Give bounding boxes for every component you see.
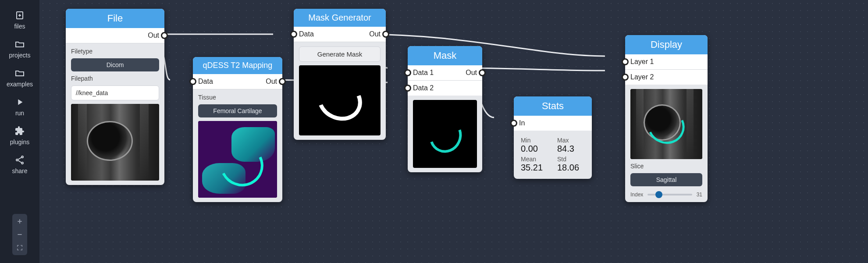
port-in-layer2[interactable] bbox=[622, 74, 629, 81]
node-mask-generator[interactable]: Mask Generator Data Out Generate Mask bbox=[294, 9, 386, 140]
sidebar-item-projects[interactable]: projects bbox=[0, 37, 39, 63]
slider-label: Index bbox=[630, 192, 643, 198]
node-mask[interactable]: Mask Data 1 Out Data 2 bbox=[408, 46, 482, 172]
mask-preview-image bbox=[413, 100, 477, 168]
index-slider[interactable] bbox=[647, 194, 692, 195]
port-label: In bbox=[519, 119, 525, 127]
sidebar-item-label: plugins bbox=[10, 139, 29, 146]
node-display[interactable]: Display Layer 1 Layer 2 Slice Sagittal bbox=[625, 35, 708, 202]
port-label: Out bbox=[369, 30, 381, 38]
node-title: Stats bbox=[514, 96, 592, 116]
maskgen-preview-image bbox=[299, 65, 381, 135]
svg-point-1 bbox=[21, 156, 23, 158]
port-out[interactable] bbox=[382, 31, 389, 38]
port-in-2[interactable] bbox=[404, 85, 411, 92]
share-icon bbox=[14, 154, 25, 166]
field-label: Slice bbox=[630, 163, 702, 170]
node-title: Display bbox=[625, 35, 708, 54]
port-label: Data 1 bbox=[413, 69, 434, 77]
sidebar-item-label: share bbox=[12, 167, 27, 174]
canvas-tools bbox=[12, 214, 27, 255]
port-label: Out bbox=[466, 69, 477, 77]
qdess-preview-image bbox=[198, 121, 277, 198]
filetype-selector[interactable]: Dicom bbox=[71, 58, 159, 71]
node-stats[interactable]: Stats In Min 0.00 Max 84.3 Me bbox=[514, 96, 592, 179]
sidebar-item-examples[interactable]: examples bbox=[0, 66, 39, 92]
port-in-layer1[interactable] bbox=[622, 58, 629, 65]
file-preview-image bbox=[71, 104, 159, 181]
node-qdess[interactable]: qDESS T2 Mapping Data Out Tissue Femoral… bbox=[193, 57, 282, 202]
node-file[interactable]: File Out Filetype Dicom Filepath bbox=[66, 9, 164, 185]
folder-icon bbox=[14, 39, 25, 50]
port-out[interactable] bbox=[279, 78, 286, 85]
field-label: Filepath bbox=[71, 75, 159, 82]
port-label: Out bbox=[148, 32, 159, 39]
fullscreen-button[interactable] bbox=[15, 243, 25, 252]
port-in[interactable] bbox=[189, 78, 196, 85]
stat-value-std: 18.06 bbox=[557, 163, 585, 173]
sidebar: files projects examples run plugins bbox=[0, 0, 39, 263]
field-label: Tissue bbox=[198, 94, 277, 101]
sidebar-item-run[interactable]: run bbox=[0, 95, 39, 121]
port-in[interactable] bbox=[290, 31, 297, 38]
zoom-out-button[interactable] bbox=[15, 230, 25, 239]
port-label: Data 2 bbox=[413, 84, 434, 92]
stat-label-mean: Mean bbox=[521, 156, 548, 163]
sidebar-item-label: run bbox=[15, 110, 24, 117]
node-title: qDESS T2 Mapping bbox=[193, 57, 282, 74]
node-canvas[interactable]: File Out Filetype Dicom Filepath qDESS T… bbox=[39, 0, 868, 263]
zoom-in-button[interactable] bbox=[15, 217, 25, 226]
sidebar-item-label: projects bbox=[9, 52, 30, 59]
stat-value-min: 0.00 bbox=[521, 144, 548, 154]
port-label: Out bbox=[266, 78, 277, 85]
slider-max: 31 bbox=[697, 192, 702, 198]
sidebar-item-plugins[interactable]: plugins bbox=[0, 124, 39, 150]
port-in[interactable] bbox=[510, 120, 517, 127]
port-label: Layer 1 bbox=[630, 58, 654, 66]
filepath-input[interactable] bbox=[71, 85, 159, 100]
svg-point-2 bbox=[16, 159, 18, 161]
play-icon bbox=[14, 96, 25, 108]
port-out[interactable] bbox=[479, 69, 486, 76]
tissue-selector[interactable]: Femoral Cartilage bbox=[198, 104, 277, 117]
node-title: File bbox=[66, 9, 164, 28]
stat-label-min: Min bbox=[521, 137, 548, 144]
sidebar-item-files[interactable]: files bbox=[0, 8, 39, 34]
stat-value-mean: 35.21 bbox=[521, 163, 548, 173]
stat-value-max: 84.3 bbox=[557, 144, 585, 154]
display-preview-image bbox=[630, 89, 702, 159]
stat-label-max: Max bbox=[557, 137, 585, 144]
port-in-1[interactable] bbox=[404, 69, 411, 76]
port-label: Data bbox=[198, 78, 213, 85]
add-file-icon bbox=[14, 10, 25, 21]
node-title: Mask bbox=[408, 46, 482, 65]
field-label: Filetype bbox=[71, 48, 159, 55]
generate-mask-button[interactable]: Generate Mask bbox=[299, 46, 381, 62]
stat-label-std: Std bbox=[557, 156, 585, 163]
slice-selector[interactable]: Sagittal bbox=[630, 173, 702, 186]
sidebar-item-share[interactable]: share bbox=[0, 153, 39, 179]
puzzle-icon bbox=[14, 125, 25, 137]
node-title: Mask Generator bbox=[294, 9, 386, 27]
sidebar-item-label: files bbox=[14, 23, 25, 30]
port-label: Data bbox=[299, 30, 314, 38]
sidebar-item-label: examples bbox=[7, 81, 33, 88]
port-label: Layer 2 bbox=[630, 73, 654, 81]
svg-point-3 bbox=[21, 162, 23, 164]
folder-icon bbox=[14, 68, 25, 79]
port-out[interactable] bbox=[161, 32, 168, 39]
